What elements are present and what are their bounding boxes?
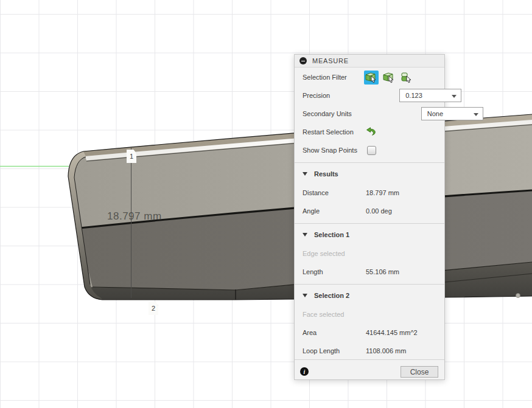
close-button-label: Close <box>410 368 429 376</box>
show-snap-points-row: Show Snap Points <box>295 143 444 157</box>
collapse-dialog-icon[interactable] <box>299 57 307 64</box>
area-label: Area <box>303 329 317 336</box>
loop-length-row: Loop Length 1108.006 mm <box>295 347 444 355</box>
undo-arrow-icon <box>365 127 376 136</box>
precision-value: 0.123 <box>405 92 422 99</box>
angle-label: Angle <box>303 207 320 215</box>
selection2-header[interactable]: Selection 2 <box>295 291 444 300</box>
measure-point-1-flag: 1 <box>127 150 136 163</box>
point-1-label: 1 <box>130 153 133 160</box>
chevron-down-icon <box>474 113 478 116</box>
snap-point-dot <box>516 294 520 298</box>
selection1-status: Edge selected <box>303 250 345 257</box>
info-icon[interactable]: i <box>300 367 309 376</box>
length-value: 55.106 mm <box>366 268 399 275</box>
selection2-status-row: Face selected <box>295 310 444 319</box>
area-row: Area 41644.145 mm^2 <box>295 328 444 337</box>
show-snap-points-checkbox[interactable] <box>367 146 376 155</box>
area-value: 41644.145 mm^2 <box>366 329 418 336</box>
point-2-label: 2 <box>152 305 155 312</box>
selection2-status: Face selected <box>303 311 344 318</box>
selection1-status-row: Edge selected <box>295 249 444 258</box>
secondary-units-label: Secondary Units <box>303 110 352 117</box>
section-divider <box>295 162 444 163</box>
selection-filter-icons <box>364 71 414 85</box>
component-body-icon <box>401 72 413 83</box>
show-snap-points-label: Show Snap Points <box>303 147 357 154</box>
selection1-header[interactable]: Selection 1 <box>295 230 444 239</box>
restart-selection-row: Restart Selection <box>295 125 444 139</box>
collapse-triangle-icon <box>303 294 307 297</box>
select-component-filter-button[interactable] <box>399 71 414 85</box>
angle-row: Angle 0.00 deg <box>295 207 444 215</box>
loop-length-value: 1108.006 mm <box>366 347 406 354</box>
section-divider <box>295 223 444 224</box>
length-label: Length <box>303 268 323 275</box>
loop-length-label: Loop Length <box>303 347 340 354</box>
secondary-units-dropdown[interactable]: None <box>421 107 483 120</box>
select-face-filter-button[interactable] <box>382 71 396 85</box>
select-body-filter-button[interactable] <box>364 71 379 85</box>
precision-dropdown[interactable]: 0.123 <box>399 89 461 102</box>
chevron-down-icon <box>452 95 457 98</box>
dialog-title: MEASURE <box>312 57 349 64</box>
restart-selection-label: Restart Selection <box>303 128 354 136</box>
collapse-triangle-icon <box>303 233 307 237</box>
cad-scene <box>0 0 532 408</box>
precision-label: Precision <box>303 92 330 99</box>
distance-row: Distance 18.797 mm <box>295 188 444 197</box>
angle-value: 0.00 deg <box>366 207 392 215</box>
face-cube-icon <box>383 72 395 83</box>
dialog-titlebar: MEASURE <box>295 55 444 67</box>
precision-row: Precision 0.123 <box>295 89 444 102</box>
close-button[interactable]: Close <box>401 366 438 378</box>
distance-label: Distance <box>303 189 329 196</box>
viewport: 18.797 mm 1 2 <box>0 0 532 408</box>
selection2-title: Selection 2 <box>314 292 349 299</box>
distance-value: 18.797 mm <box>366 189 399 196</box>
footer-divider <box>295 359 444 360</box>
results-title: Results <box>314 170 338 178</box>
body-cube-icon <box>365 72 377 83</box>
section-divider <box>295 284 444 285</box>
measure-dialog: MEASURE Selection Filter <box>294 54 445 380</box>
selection1-title: Selection 1 <box>314 231 349 238</box>
collapse-triangle-icon <box>303 172 307 176</box>
selection-filter-label: Selection Filter <box>303 74 347 81</box>
measure-point-2-flag: 2 <box>149 302 158 315</box>
restart-selection-button[interactable] <box>365 127 376 137</box>
length-row: Length 55.106 mm <box>295 268 444 276</box>
secondary-units-row: Secondary Units None <box>295 107 444 120</box>
selection-filter-row: Selection Filter <box>295 69 444 85</box>
results-header[interactable]: Results <box>295 170 444 178</box>
secondary-units-value: None <box>427 110 443 117</box>
